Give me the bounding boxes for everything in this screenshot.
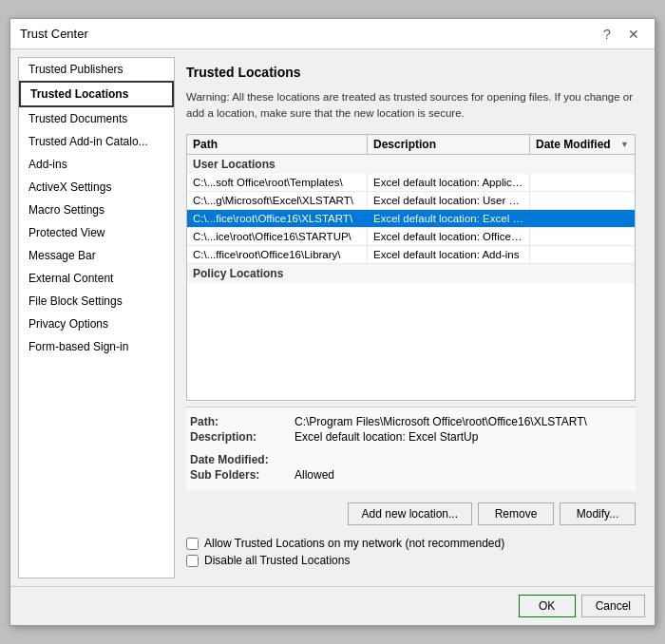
table-header: Path Description Date Modified ▼: [187, 135, 635, 155]
sidebar-item-external-content[interactable]: External Content: [19, 267, 174, 290]
sidebar-item-trusted-locations[interactable]: Trusted Locations: [19, 81, 174, 107]
column-header-date-modified[interactable]: Date Modified ▼: [530, 135, 635, 154]
group-user-locations: User Locations: [187, 155, 635, 174]
sidebar-item-trusted-publishers[interactable]: Trusted Publishers: [19, 58, 174, 81]
disable-all-checkbox[interactable]: [186, 555, 199, 567]
trust-center-dialog: Trust Center ? ✕ Trusted PublishersTrust…: [10, 18, 656, 626]
main-content: Trusted Locations Warning: All these loc…: [175, 57, 647, 578]
detail-path-row: Path: C:\Program Files\Microsoft Office\…: [190, 415, 632, 428]
table-cell-path: C:\...fice\root\Office16\XLSTART\: [187, 210, 368, 227]
bottom-buttons: Add new location... Remove Modify...: [186, 502, 636, 525]
table-row[interactable]: C:\...ffice\root\Office16\Library\Excel …: [187, 246, 635, 264]
table-row[interactable]: C:\...soft Office\root\Templates\Excel d…: [187, 174, 635, 192]
dialog-body: Trusted PublishersTrusted LocationsTrust…: [10, 49, 655, 586]
table-cell-path: C:\...ffice\root\Office16\Library\: [187, 246, 368, 263]
detail-section: Path: C:\Program Files\Microsoft Office\…: [186, 407, 636, 491]
table-rows-container: C:\...soft Office\root\Templates\Excel d…: [187, 174, 635, 264]
allow-network-row: Allow Trusted Locations on my network (n…: [186, 537, 636, 550]
dialog-title: Trust Center: [20, 27, 88, 41]
add-new-location-button[interactable]: Add new location...: [348, 502, 472, 525]
detail-sub-folders-value: Allowed: [294, 468, 334, 482]
table-row[interactable]: C:\...fice\root\Office16\XLSTART\Excel d…: [187, 210, 635, 228]
sidebar-item-form-based-sign-in[interactable]: Form-based Sign-in: [19, 335, 174, 358]
sidebar-item-trusted-add-in-catalogs[interactable]: Trusted Add-in Catalo...: [19, 130, 174, 153]
table-cell-path: C:\...g\Microsoft\Excel\XLSTART\: [187, 192, 368, 209]
table-cell-description: Excel default location: Office Sta...: [368, 228, 530, 245]
table-cell-date-modified: [530, 228, 635, 245]
remove-button[interactable]: Remove: [478, 502, 554, 525]
table-cell-path: C:\...ice\root\Office16\STARTUP\: [187, 228, 368, 245]
detail-spacer: [190, 445, 632, 453]
close-button[interactable]: ✕: [622, 24, 645, 45]
ok-button[interactable]: OK: [519, 595, 576, 617]
disable-all-label[interactable]: Disable all Trusted Locations: [204, 554, 350, 567]
table-row[interactable]: C:\...ice\root\Office16\STARTUP\Excel de…: [187, 228, 635, 246]
section-title: Trusted Locations: [186, 65, 636, 80]
title-bar-buttons: ? ✕: [596, 24, 645, 45]
detail-description-label: Description:: [190, 430, 294, 444]
cancel-button[interactable]: Cancel: [581, 595, 645, 617]
locations-table[interactable]: Path Description Date Modified ▼ User Lo…: [186, 134, 636, 402]
title-bar: Trust Center ? ✕: [10, 19, 655, 49]
group-policy-locations: Policy Locations: [187, 264, 635, 283]
modify-button[interactable]: Modify...: [560, 502, 636, 525]
sidebar-item-protected-view[interactable]: Protected View: [19, 221, 174, 244]
column-header-path[interactable]: Path: [187, 135, 368, 154]
table-cell-description: Excel default location: Applicati...: [368, 174, 530, 191]
table-cell-date-modified: [530, 192, 635, 209]
table-cell-date-modified: [530, 210, 635, 227]
detail-date-modified-label: Date Modified:: [190, 453, 294, 466]
table-cell-date-modified: [530, 174, 635, 191]
help-button[interactable]: ?: [596, 24, 618, 45]
table-cell-date-modified: [530, 246, 635, 263]
detail-path-value: C:\Program Files\Microsoft Office\root\O…: [294, 415, 587, 428]
table-cell-description: Excel default location: User Start...: [368, 192, 530, 209]
detail-sub-folders-label: Sub Folders:: [190, 468, 294, 482]
sidebar-item-add-ins[interactable]: Add-ins: [19, 153, 174, 176]
sidebar-item-file-block-settings[interactable]: File Block Settings: [19, 290, 174, 313]
detail-description-row: Description: Excel default location: Exc…: [190, 430, 632, 444]
dialog-title-area: Trust Center: [20, 27, 88, 41]
table-row[interactable]: C:\...g\Microsoft\Excel\XLSTART\Excel de…: [187, 192, 635, 210]
detail-description-value: Excel default location: Excel StartUp: [294, 430, 478, 444]
sort-arrow-icon: ▼: [620, 140, 629, 149]
detail-sub-folders-row: Sub Folders: Allowed: [190, 468, 632, 482]
sidebar-item-privacy-options[interactable]: Privacy Options: [19, 313, 174, 335]
allow-network-checkbox[interactable]: [186, 538, 199, 550]
sidebar-item-trusted-documents[interactable]: Trusted Documents: [19, 107, 174, 130]
dialog-footer: OK Cancel: [10, 586, 655, 625]
column-header-description[interactable]: Description: [368, 135, 530, 154]
table-cell-description: Excel default location: Excel Star...: [368, 210, 530, 227]
allow-network-label[interactable]: Allow Trusted Locations on my network (n…: [204, 537, 504, 550]
sidebar-item-activex-settings[interactable]: ActiveX Settings: [19, 176, 174, 199]
detail-date-modified-row: Date Modified:: [190, 453, 632, 466]
table-cell-description: Excel default location: Add-ins: [368, 246, 530, 263]
sidebar-item-message-bar[interactable]: Message Bar: [19, 244, 174, 267]
table-cell-path: C:\...soft Office\root\Templates\: [187, 174, 368, 191]
warning-text: Warning: All these locations are treated…: [186, 89, 636, 123]
sidebar-item-macro-settings[interactable]: Macro Settings: [19, 199, 174, 221]
checkboxes-section: Allow Trusted Locations on my network (n…: [186, 537, 636, 571]
disable-all-row: Disable all Trusted Locations: [186, 554, 636, 567]
sidebar: Trusted PublishersTrusted LocationsTrust…: [18, 57, 175, 578]
detail-path-label: Path:: [190, 415, 294, 428]
